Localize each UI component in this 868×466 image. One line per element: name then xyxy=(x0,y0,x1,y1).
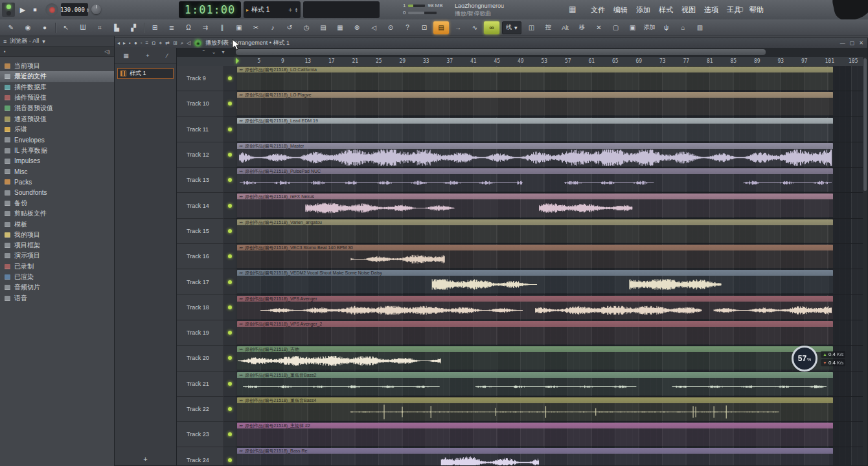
clip-menu-icon[interactable]: ▸▸ xyxy=(240,143,243,149)
magnet-icon[interactable]: Ω xyxy=(181,21,196,34)
track-lane[interactable]: ▸▸原创作品(编号21518)_吉他 xyxy=(236,346,863,371)
stop-button[interactable]: ■ xyxy=(30,3,40,16)
track-name-cell[interactable]: Track 23 xyxy=(177,422,224,447)
audio-clip[interactable]: ▸▸原创作品(编号21518)_Lead EDM 19 xyxy=(237,118,833,141)
browser-item-13[interactable]: 备份 xyxy=(0,198,114,208)
arrow-right-icon[interactable]: → xyxy=(450,21,466,34)
clip-menu-icon[interactable]: ▸▸ xyxy=(240,448,243,454)
browser-item-4[interactable]: 混音器预设值 xyxy=(0,103,114,113)
track-name-cell[interactable]: Track 24 xyxy=(177,447,224,465)
track-led[interactable] xyxy=(228,178,232,182)
track-name-cell[interactable]: Track 16 xyxy=(177,244,224,269)
browser-item-0[interactable]: 当前项目 xyxy=(0,61,114,71)
browser-item-17[interactable]: 项目框架 xyxy=(0,240,114,250)
browser-item-1[interactable]: 最近的文件 xyxy=(0,71,114,82)
clock-icon[interactable]: ◷ xyxy=(299,21,314,34)
curve-icon[interactable]: ∿ xyxy=(467,21,483,34)
menu-视图[interactable]: 视图 xyxy=(681,5,696,15)
track-led[interactable] xyxy=(228,331,232,335)
track-led[interactable] xyxy=(228,432,232,436)
audio-clip[interactable]: ▸▸原创作品(编号21518)_Master xyxy=(237,143,833,166)
clip-menu-icon[interactable]: ▸▸ xyxy=(240,67,243,72)
mini-icon-2[interactable]: ▾ xyxy=(222,49,224,55)
audio-clip[interactable]: ▸▸原创作品(编号21518)_LO California xyxy=(237,67,833,90)
maximize-icon[interactable]: ▢ xyxy=(738,6,744,12)
pl-close-icon[interactable]: ✕ xyxy=(859,40,863,46)
clip-menu-icon[interactable]: ▸▸ xyxy=(240,245,243,250)
link-icon[interactable]: ∞ xyxy=(484,21,499,34)
browser-item-12[interactable]: Soundfonts xyxy=(0,188,114,198)
chat-icon[interactable]: ⊙ xyxy=(383,21,398,34)
browser-item-9[interactable]: Impulses xyxy=(0,156,114,166)
track-lane[interactable]: ▸▸原创作品(编号21518)_LO Plagve xyxy=(236,91,863,116)
track-lane[interactable]: ▸▸原创作品(编号21518)_Master xyxy=(236,142,863,168)
pattern-tool-icon-1[interactable]: + xyxy=(146,52,149,59)
audio-clip[interactable]: ▸▸原创作品(编号21518)_VEDM2 Vocal Shout Make S… xyxy=(237,270,833,293)
arrows-icon[interactable]: ⇉ xyxy=(198,21,213,34)
browser-item-10[interactable]: Misc xyxy=(0,166,114,177)
browser-item-7[interactable]: Envelopes xyxy=(0,135,114,145)
track-lane[interactable]: ▸▸原创作品(编号21518)_VPS Avenger_2 xyxy=(236,320,863,346)
track-name-cell[interactable]: Track 20 xyxy=(177,346,224,371)
control-button[interactable]: 控 xyxy=(541,21,556,34)
pl-tool-icon-10[interactable]: ⌕ xyxy=(181,40,183,47)
clip-menu-icon[interactable]: ▸▸ xyxy=(240,296,243,302)
track-led[interactable] xyxy=(228,204,232,208)
pattern-mode-icon[interactable]: Ш xyxy=(75,21,91,34)
audio-clip[interactable]: ▸▸原创作品(编号21518)_VEC3 Slomo Beat 140 BPM … xyxy=(237,245,833,268)
menu-编辑[interactable]: 编辑 xyxy=(613,5,628,15)
browser-item-11[interactable]: Packs xyxy=(0,177,114,187)
track-led[interactable] xyxy=(228,356,232,360)
track-led[interactable] xyxy=(228,153,232,157)
pl-maximize-icon[interactable]: ▢ xyxy=(850,40,855,46)
scissors-icon[interactable]: ✂ xyxy=(248,21,264,34)
audio-clip[interactable]: ▸▸原创作品(编号21518)_Varien_arigatou xyxy=(237,219,833,243)
clip-menu-icon[interactable]: ▸▸ xyxy=(240,168,243,174)
clip-menu-icon[interactable]: ▸▸ xyxy=(240,372,243,378)
audio-clip[interactable]: ▸▸原创作品(编号21518)_重低音Bass4 xyxy=(237,397,833,421)
menu-选项[interactable]: 选项 xyxy=(704,5,718,15)
track-lane[interactable]: ▸▸原创作品(编号21518)_PulsePad NUC xyxy=(236,168,863,193)
monitor-icon[interactable]: ⊡ xyxy=(417,21,432,34)
clip-menu-icon[interactable]: ▸▸ xyxy=(240,346,243,352)
audio-clip[interactable]: ▸▸原创作品(编号21518)_LO Plagve xyxy=(237,92,833,115)
pattern-tool-icon-2[interactable]: ∕ xyxy=(166,52,168,59)
track-name-cell[interactable]: Track 11 xyxy=(177,117,224,142)
track-name-cell[interactable]: Track 10 xyxy=(177,91,224,116)
speaker-icon[interactable]: ◁ xyxy=(366,21,382,34)
track-name-cell[interactable]: Track 21 xyxy=(177,372,224,397)
line-tool-dropdown[interactable]: 线▾ xyxy=(502,21,521,34)
pattern-spinner[interactable]: ▲▼ xyxy=(295,7,298,12)
browser-item-15[interactable]: 模板 xyxy=(0,219,114,229)
track-lane[interactable]: ▸▸原创作品(编号21518)_VEDM2 Vocal Shout Make S… xyxy=(236,269,863,294)
clip-menu-icon[interactable]: ▸▸ xyxy=(240,118,243,124)
clip-menu-icon[interactable]: ▸▸ xyxy=(240,92,243,98)
timeline-ruler[interactable]: 5913172125293337414549535761656973778185… xyxy=(177,57,863,67)
pattern-add-button[interactable]: + xyxy=(288,6,292,14)
track-lane[interactable]: ▸▸原创作品(编号21518)_LO California xyxy=(236,66,863,91)
audio-clip[interactable]: ▸▸原创作品(编号21518)_Bass Re xyxy=(237,448,833,465)
browser-item-6[interactable]: 乐谱 xyxy=(0,124,114,135)
pl-tool-icon-6[interactable]: Ω xyxy=(152,40,155,46)
pattern-picker-add-button[interactable]: + xyxy=(115,455,176,463)
clip-menu-icon[interactable]: ▸▸ xyxy=(240,321,243,327)
snap-active-icon[interactable]: ◉ xyxy=(194,39,201,47)
track-name-cell[interactable]: Track 9 xyxy=(177,66,224,91)
track-name-cell[interactable]: Track 15 xyxy=(177,219,224,244)
pl-tool-icon-8[interactable]: ⇄ xyxy=(165,40,170,46)
pattern-tool-icon-0[interactable]: ▦ xyxy=(123,52,129,59)
pl-tool-icon-5[interactable]: ≡ xyxy=(146,40,149,46)
track-lane[interactable]: ▸▸原创作品(编号21518)_Lead EDM 19 xyxy=(236,117,863,142)
alt-button[interactable]: Alt xyxy=(558,21,573,34)
pl-tool-icon-1[interactable]: ▸ xyxy=(123,40,126,46)
playhead-marker[interactable] xyxy=(236,58,239,64)
vertical-scrollbar-handle[interactable] xyxy=(863,58,867,191)
pl-tool-icon-11[interactable]: ◁ xyxy=(187,40,190,46)
menu-样式[interactable]: 样式 xyxy=(659,5,673,15)
pattern-item[interactable]: 样式 1 xyxy=(117,68,174,79)
close-x-icon[interactable]: ✕ xyxy=(591,21,607,34)
audio-clip[interactable]: ▸▸原创作品(编号21518)_PulsePad NUC xyxy=(237,168,833,192)
browser-item-18[interactable]: 演示项目 xyxy=(0,250,114,261)
track-name-cell[interactable]: Track 17 xyxy=(177,269,224,294)
tempo-display[interactable]: 130.000 ▲▼ xyxy=(61,3,88,16)
